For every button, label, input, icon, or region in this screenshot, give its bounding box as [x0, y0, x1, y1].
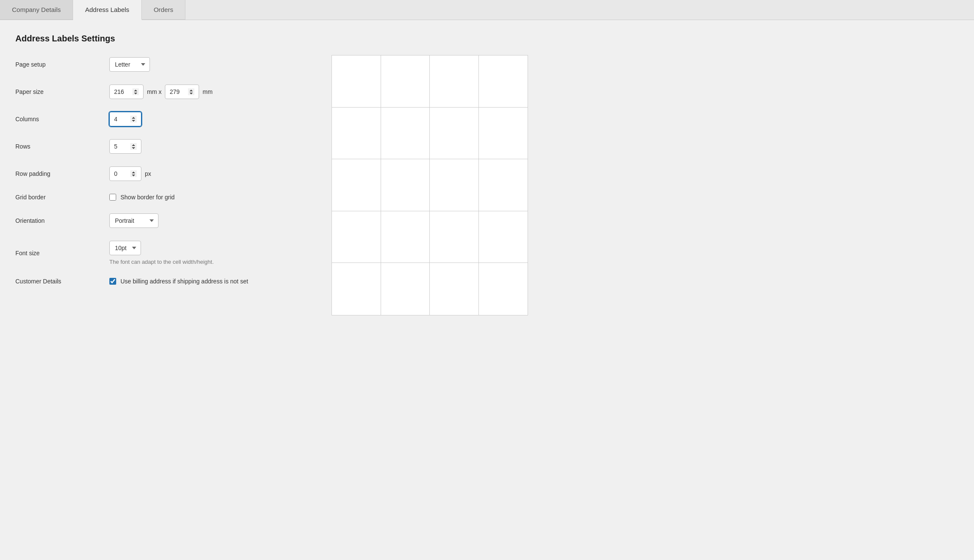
grid-border-row: Grid border Show border for grid — [15, 194, 314, 201]
paper-size-controls: mm x mm — [109, 85, 213, 99]
grid-cell — [381, 263, 430, 315]
rows-label: Rows — [15, 143, 109, 150]
font-size-select[interactable]: 8pt 9pt 10pt 11pt 12pt — [109, 241, 141, 255]
paper-height-input[interactable] — [165, 85, 199, 99]
page-setup-row: Page setup Letter A4 Custom — [15, 57, 314, 72]
orientation-label: Orientation — [15, 217, 109, 224]
grid-cell — [479, 263, 528, 315]
font-size-label: Font size — [15, 250, 109, 257]
columns-row: Columns — [15, 112, 314, 126]
grid-border-checkbox-row: Show border for grid — [109, 194, 175, 201]
grid-cell — [430, 108, 479, 160]
tab-orders[interactable]: Orders — [142, 0, 186, 20]
grid-cell — [479, 159, 528, 211]
preview-panel — [332, 34, 528, 315]
grid-cell — [430, 55, 479, 108]
customer-details-label: Customer Details — [15, 278, 109, 285]
paper-size-row: Paper size mm x mm — [15, 85, 314, 99]
font-size-row: Font size 8pt 9pt 10pt 11pt 12pt The fon… — [15, 241, 314, 265]
grid-cell — [381, 108, 430, 160]
grid-border-checkbox[interactable] — [109, 194, 116, 201]
grid-cell — [479, 108, 528, 160]
tabs-bar: Company Details Address Labels Orders — [0, 0, 974, 20]
tab-address-labels[interactable]: Address Labels — [73, 0, 141, 20]
grid-border-controls: Show border for grid — [109, 194, 175, 201]
columns-input[interactable] — [109, 112, 141, 126]
grid-cell — [332, 108, 381, 160]
grid-cell — [430, 211, 479, 263]
orientation-row: Orientation Portrait Landscape — [15, 213, 314, 228]
rows-input[interactable] — [109, 139, 141, 154]
paper-size-label: Paper size — [15, 88, 109, 95]
row-padding-row: Row padding px — [15, 166, 314, 181]
main-content: Address Labels Settings Page setup Lette… — [0, 20, 974, 329]
paper-size-separator: mm x — [147, 88, 161, 95]
row-padding-input[interactable] — [109, 166, 141, 181]
grid-cell — [430, 159, 479, 211]
orientation-select[interactable]: Portrait Landscape — [109, 213, 158, 228]
paper-height-unit: mm — [202, 88, 212, 95]
grid-border-label: Grid border — [15, 194, 109, 201]
grid-cell — [332, 159, 381, 211]
row-padding-controls: px — [109, 166, 151, 181]
page-title: Address Labels Settings — [15, 34, 314, 44]
customer-details-controls: Use billing address if shipping address … — [109, 278, 248, 285]
orientation-controls: Portrait Landscape — [109, 213, 158, 228]
font-size-controls: 8pt 9pt 10pt 11pt 12pt — [109, 241, 214, 255]
row-padding-label: Row padding — [15, 170, 109, 177]
columns-controls — [109, 112, 141, 126]
columns-label: Columns — [15, 116, 109, 122]
row-padding-unit: px — [145, 170, 151, 177]
grid-cell — [381, 55, 430, 108]
customer-details-row: Customer Details Use billing address if … — [15, 278, 314, 285]
label-grid-preview — [332, 55, 528, 315]
customer-details-checkbox-row: Use billing address if shipping address … — [109, 278, 248, 285]
grid-border-checkbox-label: Show border for grid — [120, 194, 175, 201]
grid-cell — [332, 263, 381, 315]
grid-cell — [430, 263, 479, 315]
page-setup-controls: Letter A4 Custom — [109, 57, 150, 72]
customer-details-checkbox[interactable] — [109, 278, 116, 285]
grid-cell — [381, 159, 430, 211]
tab-company-details[interactable]: Company Details — [0, 0, 73, 20]
paper-width-input[interactable] — [109, 85, 144, 99]
rows-controls — [109, 139, 141, 154]
settings-panel: Address Labels Settings Page setup Lette… — [15, 34, 314, 315]
font-size-group: 8pt 9pt 10pt 11pt 12pt The font can adap… — [109, 241, 214, 265]
grid-cell — [479, 55, 528, 108]
rows-row: Rows — [15, 139, 314, 154]
grid-cell — [332, 55, 381, 108]
font-size-hint: The font can adapt to the cell width/hei… — [109, 259, 214, 265]
customer-details-checkbox-label: Use billing address if shipping address … — [120, 278, 248, 285]
page-setup-select[interactable]: Letter A4 Custom — [109, 57, 150, 72]
page-setup-label: Page setup — [15, 61, 109, 68]
grid-cell — [479, 211, 528, 263]
grid-cell — [381, 211, 430, 263]
grid-cell — [332, 211, 381, 263]
